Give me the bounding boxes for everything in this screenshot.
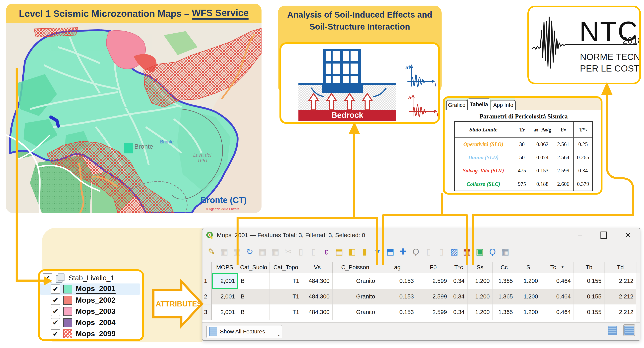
cell-Vs[interactable]: 484.300 [302,304,332,320]
column-header-Ss[interactable]: Ss [468,262,493,273]
cell-ag[interactable]: 0.153 [378,304,417,320]
layer-group-checkbox[interactable]: ✔ [43,273,52,282]
cell-Vs[interactable]: 484.300 [302,273,332,289]
cell-Cc[interactable]: 1.365 [493,304,516,320]
pan-to-selection-icon[interactable]: ✚ [398,246,408,257]
table-row[interactable]: 32,001BT1484.300Granito0.1532.5990.341.2… [202,304,636,320]
invert-selection-icon[interactable]: ◧ [347,246,356,257]
field-calculator-icon[interactable]: ▦ [501,246,510,257]
column-header-MOPS[interactable]: MOPS [212,262,238,273]
filter-funnel-icon[interactable]: ▼ [373,246,382,257]
cell-MOPS[interactable]: 2,001 [212,304,238,320]
layer-label[interactable]: Mops_2003 [76,307,116,316]
zoom-to-selection-icon[interactable]: Ϙ [411,246,420,257]
column-header-Td[interactable]: Td [604,262,636,273]
close-button[interactable]: ✕ [625,231,631,239]
cell-Ss[interactable]: 1.200 [468,273,493,289]
select-all-icon[interactable]: ▤ [334,246,344,257]
show-all-features-button[interactable]: Show All Features ▼ [206,325,282,338]
column-header-T*c[interactable]: T*c [450,262,468,273]
table-scrollbar[interactable] [636,273,640,322]
form-view-toggle[interactable] [607,325,618,336]
layer-label[interactable]: Mops_2099 [76,330,116,338]
row-number[interactable]: 3 [202,304,212,320]
column-header-Tc[interactable]: Tc▼ [541,262,574,273]
cell-Cat_Suolo[interactable]: B [238,289,270,304]
deselect-all-icon[interactable]: ▮ [360,246,369,257]
multiedit-attributes-icon[interactable]: ▦ [462,246,472,257]
cell-F0[interactable]: 2.599 [417,304,450,320]
cell-Tb[interactable]: 0.155 [574,304,604,320]
cell-Tb[interactable]: 0.155 [574,289,604,304]
layer-checkbox[interactable]: ✔ [51,329,60,338]
cell-Tb[interactable]: 0.155 [574,273,604,289]
cell-Tc[interactable]: 0.464 [541,273,574,289]
cell-ag[interactable]: 0.153 [378,273,417,289]
dock-table-icon[interactable]: ▣ [475,246,484,257]
layer-group-row[interactable]: ✔ Stab_Livello_1 [40,272,142,283]
layer-checkbox[interactable]: ✔ [51,296,60,305]
cell-C_Poisson[interactable]: Granito [332,304,378,320]
cell-Cat_Suolo[interactable]: B [238,304,270,320]
cell-T*c[interactable]: 0.34 [450,289,468,304]
cell-MOPS[interactable]: 2,001 [212,273,238,289]
column-header-Cc[interactable]: Cc [493,262,516,273]
layer-item-mops_2001[interactable]: ✔Mops_2001 [40,283,140,295]
search-features-icon[interactable]: Ϙ [488,246,497,257]
cell-T*c[interactable]: 0.34 [450,273,468,289]
row-number[interactable]: 2 [202,289,212,304]
cell-Cat_Topo[interactable]: T1 [270,289,302,304]
cell-MOPS[interactable]: 2,001 [212,289,238,304]
cell-S[interactable]: 1.200 [516,289,541,304]
layer-checkbox[interactable]: ✔ [51,284,60,294]
minimize-button[interactable]: – [578,231,582,239]
cell-Td[interactable]: 2.212 [604,289,636,304]
cell-Cc[interactable]: 1.365 [493,289,516,304]
cell-T*c[interactable]: 0.34 [450,304,468,320]
row-number[interactable]: 1 [202,273,212,289]
layer-item-mops_2003[interactable]: ✔Mops_2003 [40,306,142,317]
toggle-editing-icon[interactable]: ✎ [207,246,216,257]
layer-item-mops_2099[interactable]: ✔Mops_2099 [40,328,142,339]
tab-app-info[interactable]: App Info [491,100,516,110]
cell-F0[interactable]: 2.599 [417,289,450,304]
cell-Td[interactable]: 2.212 [604,304,636,320]
layer-checkbox[interactable]: ✔ [51,307,60,316]
column-header-Tb[interactable]: Tb [574,262,604,273]
cell-F0[interactable]: 2.599 [417,273,450,289]
cell-C_Poisson[interactable]: Granito [332,289,378,304]
qgis-title-bar[interactable]: Mops_2001 — Features Total: 3, Filtered:… [202,228,640,242]
cell-Vs[interactable]: 484.300 [302,289,332,304]
cell-ag[interactable]: 0.153 [378,289,417,304]
layer-group-label[interactable]: Stab_Livello_1 [68,274,114,282]
layer-checkbox[interactable]: ✔ [51,318,60,327]
column-header-Vs[interactable]: Vs [302,262,332,273]
column-header-C_Poisson[interactable]: C_Poisson [332,262,378,273]
column-header-ag[interactable]: ag [378,262,417,273]
layer-label[interactable]: Mops_2001 [76,284,116,294]
table-view-toggle[interactable] [623,324,635,336]
layer-label[interactable]: Mops_2004 [76,318,116,327]
move-selection-top-icon[interactable]: ⬒ [386,246,395,257]
layer-item-mops_2004[interactable]: ✔Mops_2004 [40,317,142,328]
table-row[interactable]: 22,001BT1484.300Granito0.1532.5990.341.2… [202,289,636,304]
reload-table-icon[interactable]: ↻ [245,246,254,257]
cell-Tc[interactable]: 0.464 [541,304,574,320]
cell-Tc[interactable]: 0.464 [541,289,574,304]
cell-Ss[interactable]: 1.200 [468,304,493,320]
cell-Cat_Suolo[interactable]: B [238,273,270,289]
table-row[interactable]: 12,001BT1484.300Granito0.1532.5990.341.2… [202,273,636,289]
cell-C_Poisson[interactable]: Granito [332,273,378,289]
maximize-button[interactable] [600,231,607,239]
layer-item-mops_2002[interactable]: ✔Mops_2002 [40,295,142,306]
cell-Cc[interactable]: 1.365 [493,273,516,289]
column-header-Cat_Topo[interactable]: Cat_Topo [270,262,302,273]
cell-Ss[interactable]: 1.200 [468,289,493,304]
conditional-formatting-icon[interactable]: ▨ [450,246,459,257]
tab-tabella[interactable]: Tabella [467,99,490,110]
layer-label[interactable]: Mops_2002 [76,296,116,304]
select-by-expression-icon[interactable]: ε [322,246,331,257]
cell-Cat_Topo[interactable]: T1 [270,273,302,289]
cell-Td[interactable]: 2.212 [604,273,636,289]
cell-Cat_Topo[interactable]: T1 [270,304,302,320]
